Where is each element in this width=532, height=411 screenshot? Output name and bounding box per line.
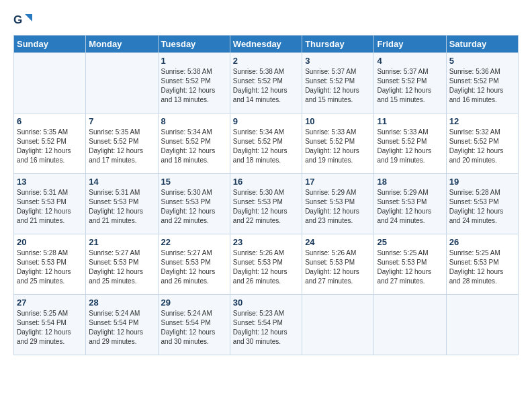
day-cell: 16Sunrise: 5:30 AMSunset: 5:53 PMDayligh…: [230, 174, 302, 234]
daylight-text: Daylight: 12 hours and 15 minutes.: [377, 86, 443, 105]
sunrise-text: Sunrise: 5:24 AM: [89, 309, 154, 318]
daylight-text: Daylight: 12 hours and 27 minutes.: [305, 267, 371, 286]
daylight-text: Daylight: 12 hours and 26 minutes.: [233, 267, 299, 286]
daylight-text: Daylight: 12 hours and 18 minutes.: [233, 146, 299, 165]
sunrise-text: Sunrise: 5:26 AM: [305, 248, 371, 258]
daylight-text: Daylight: 12 hours and 21 minutes.: [89, 207, 154, 226]
daylight-text: Daylight: 12 hours and 22 minutes.: [161, 207, 227, 226]
day-info: Sunrise: 5:32 AMSunset: 5:52 PMDaylight:…: [449, 128, 515, 165]
sunrise-text: Sunrise: 5:37 AM: [305, 67, 371, 77]
day-info: Sunrise: 5:35 AMSunset: 5:52 PMDaylight:…: [89, 128, 154, 165]
day-cell: [302, 295, 374, 355]
day-cell: [14, 53, 86, 113]
day-number: 9: [233, 116, 299, 126]
sunset-text: Sunset: 5:52 PM: [233, 137, 299, 146]
sunrise-text: Sunrise: 5:38 AM: [233, 67, 299, 77]
svg-marker-1: [25, 14, 32, 21]
day-number: 11: [377, 116, 443, 126]
day-cell: 23Sunrise: 5:26 AMSunset: 5:53 PMDayligh…: [230, 234, 302, 295]
sunset-text: Sunset: 5:52 PM: [449, 77, 515, 86]
day-cell: 13Sunrise: 5:31 AMSunset: 5:53 PMDayligh…: [14, 174, 86, 234]
day-info: Sunrise: 5:27 AMSunset: 5:53 PMDaylight:…: [161, 248, 227, 286]
day-info: Sunrise: 5:24 AMSunset: 5:54 PMDaylight:…: [161, 309, 227, 347]
sunrise-text: Sunrise: 5:31 AM: [89, 188, 154, 197]
sunrise-text: Sunrise: 5:25 AM: [377, 248, 443, 258]
day-info: Sunrise: 5:28 AMSunset: 5:53 PMDaylight:…: [17, 248, 83, 286]
day-number: 5: [449, 56, 515, 66]
day-number: 27: [17, 298, 83, 308]
week-row-3: 13Sunrise: 5:31 AMSunset: 5:53 PMDayligh…: [14, 174, 519, 234]
day-number: 23: [233, 237, 299, 247]
sunset-text: Sunset: 5:53 PM: [449, 258, 515, 267]
day-cell: 22Sunrise: 5:27 AMSunset: 5:53 PMDayligh…: [158, 234, 230, 295]
daylight-text: Daylight: 12 hours and 19 minutes.: [377, 146, 443, 165]
daylight-text: Daylight: 12 hours and 24 minutes.: [377, 207, 443, 226]
day-cell: 20Sunrise: 5:28 AMSunset: 5:53 PMDayligh…: [14, 234, 86, 295]
day-cell: 1Sunrise: 5:38 AMSunset: 5:52 PMDaylight…: [158, 53, 230, 113]
svg-text:G: G: [13, 13, 22, 26]
sunset-text: Sunset: 5:53 PM: [161, 258, 227, 267]
day-number: 29: [161, 298, 227, 308]
daylight-text: Daylight: 12 hours and 19 minutes.: [305, 146, 371, 165]
day-number: 6: [17, 116, 83, 126]
sunset-text: Sunset: 5:53 PM: [233, 197, 299, 207]
daylight-text: Daylight: 12 hours and 30 minutes.: [233, 328, 299, 347]
daylight-text: Daylight: 12 hours and 26 minutes.: [161, 267, 227, 286]
day-cell: 19Sunrise: 5:28 AMSunset: 5:53 PMDayligh…: [446, 174, 518, 234]
weekday-header-monday: Monday: [86, 36, 158, 53]
sunrise-text: Sunrise: 5:37 AM: [377, 67, 443, 77]
sunset-text: Sunset: 5:52 PM: [377, 137, 443, 146]
day-cell: 18Sunrise: 5:29 AMSunset: 5:53 PMDayligh…: [374, 174, 446, 234]
day-info: Sunrise: 5:31 AMSunset: 5:53 PMDaylight:…: [17, 188, 83, 226]
day-number: 3: [305, 56, 371, 66]
day-number: 20: [17, 237, 83, 247]
daylight-text: Daylight: 12 hours and 20 minutes.: [449, 146, 515, 165]
weekday-header-friday: Friday: [374, 36, 446, 53]
daylight-text: Daylight: 12 hours and 14 minutes.: [233, 86, 299, 105]
day-cell: 29Sunrise: 5:24 AMSunset: 5:54 PMDayligh…: [158, 295, 230, 355]
sunrise-text: Sunrise: 5:24 AM: [161, 309, 227, 318]
daylight-text: Daylight: 12 hours and 30 minutes.: [161, 328, 227, 347]
header: G: [13, 12, 519, 31]
daylight-text: Daylight: 12 hours and 22 minutes.: [233, 207, 299, 226]
sunset-text: Sunset: 5:53 PM: [89, 197, 154, 207]
sunset-text: Sunset: 5:52 PM: [305, 77, 371, 86]
weekday-header-wednesday: Wednesday: [230, 36, 302, 53]
sunset-text: Sunset: 5:54 PM: [89, 318, 154, 328]
sunrise-text: Sunrise: 5:30 AM: [233, 188, 299, 197]
weekday-header-saturday: Saturday: [446, 36, 518, 53]
sunrise-text: Sunrise: 5:38 AM: [161, 67, 227, 77]
daylight-text: Daylight: 12 hours and 15 minutes.: [305, 86, 371, 105]
sunset-text: Sunset: 5:52 PM: [161, 77, 227, 86]
day-cell: 24Sunrise: 5:26 AMSunset: 5:53 PMDayligh…: [302, 234, 374, 295]
day-cell: 11Sunrise: 5:33 AMSunset: 5:52 PMDayligh…: [374, 113, 446, 174]
sunrise-text: Sunrise: 5:32 AM: [449, 128, 515, 137]
day-number: 15: [161, 177, 227, 187]
day-info: Sunrise: 5:30 AMSunset: 5:53 PMDaylight:…: [161, 188, 227, 226]
day-info: Sunrise: 5:38 AMSunset: 5:52 PMDaylight:…: [161, 67, 227, 105]
day-info: Sunrise: 5:31 AMSunset: 5:53 PMDaylight:…: [89, 188, 154, 226]
sunset-text: Sunset: 5:53 PM: [305, 197, 371, 207]
day-cell: 9Sunrise: 5:34 AMSunset: 5:52 PMDaylight…: [230, 113, 302, 174]
day-cell: [446, 295, 518, 355]
sunset-text: Sunset: 5:53 PM: [449, 197, 515, 207]
daylight-text: Daylight: 12 hours and 29 minutes.: [17, 328, 83, 347]
day-info: Sunrise: 5:23 AMSunset: 5:54 PMDaylight:…: [233, 309, 299, 347]
day-number: 13: [17, 177, 83, 187]
day-info: Sunrise: 5:26 AMSunset: 5:53 PMDaylight:…: [233, 248, 299, 286]
sunset-text: Sunset: 5:53 PM: [305, 258, 371, 267]
sunset-text: Sunset: 5:53 PM: [17, 258, 83, 267]
weekday-header-tuesday: Tuesday: [158, 36, 230, 53]
sunset-text: Sunset: 5:52 PM: [233, 77, 299, 86]
day-info: Sunrise: 5:34 AMSunset: 5:52 PMDaylight:…: [233, 128, 299, 165]
sunrise-text: Sunrise: 5:27 AM: [161, 248, 227, 258]
daylight-text: Daylight: 12 hours and 28 minutes.: [449, 267, 515, 286]
sunrise-text: Sunrise: 5:27 AM: [89, 248, 154, 258]
day-cell: 8Sunrise: 5:34 AMSunset: 5:52 PMDaylight…: [158, 113, 230, 174]
sunrise-text: Sunrise: 5:30 AM: [161, 188, 227, 197]
day-number: 19: [449, 177, 515, 187]
daylight-text: Daylight: 12 hours and 23 minutes.: [305, 207, 371, 226]
day-info: Sunrise: 5:25 AMSunset: 5:54 PMDaylight:…: [17, 309, 83, 347]
calendar-table: SundayMondayTuesdayWednesdayThursdayFrid…: [13, 35, 519, 355]
day-info: Sunrise: 5:27 AMSunset: 5:53 PMDaylight:…: [89, 248, 154, 286]
